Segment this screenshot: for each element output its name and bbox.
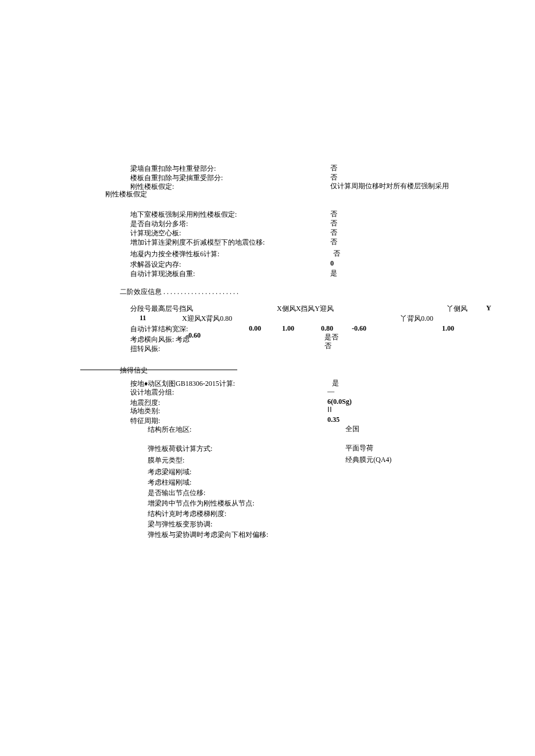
value: 否 [330, 228, 337, 238]
label: 弹性板与梁协调时考虑梁向下相对偏移: [148, 530, 268, 540]
wind-hdr-y: Y [486, 304, 491, 313]
row-conn-beam-disp: 增加计算连梁刚度不折减模型下的地震位移: [130, 237, 265, 248]
label: 考虑梁端刚域: [148, 467, 191, 477]
lateral-wind-label: 考虑横向风振: 考虑 [130, 335, 190, 345]
row-beam-end-rigid: 考虑梁端刚域: [148, 467, 191, 477]
label: 求解器设定内存: [130, 260, 181, 270]
row-rel-offset: 弹性板与梁协调时考虑梁向下相对偏移: [148, 529, 268, 540]
label: 是否输出节点位移: [148, 488, 205, 498]
value: 经典膜元(QA4) [345, 455, 391, 465]
value: 6(0.0Sg) [327, 397, 352, 406]
label: 结构计克时考虑楼梯刚度: [148, 509, 226, 519]
wind-val-080: 0.80 [321, 324, 333, 333]
seismic-header: 抽得信史 [120, 366, 148, 375]
wind-hdr-yback: 丫背风0.00 [400, 314, 433, 324]
label: 地凝内力按全楼弹性板6计算: [130, 249, 219, 259]
label: 是否自动划分多塔: [130, 219, 188, 229]
row-output-disp: 是否输出节点位移: [148, 488, 205, 498]
value: 否 [330, 218, 337, 228]
row-mid-node: 增梁跨中节点作为刚性楼板从节点: [148, 498, 254, 508]
value: 0.35 [327, 415, 340, 424]
row-site-class: 场地类别: [130, 406, 160, 416]
rigid-floor-cont: 刚性楼板假定 [105, 189, 147, 199]
label: 地下室楼板强制采用刚性楼板假定: [130, 210, 237, 220]
value: 仅计算周期位移时对所有楼层强制采用 [330, 181, 449, 191]
wind-hdr-seg: 分段号最高层号挡风 [130, 304, 193, 314]
row-elastic6: 地凝内力按全楼弹性板6计算: [130, 249, 219, 259]
wind-val-neg06b: -0.60 [352, 324, 366, 333]
second-order-title: 二阶效应信息 . . . . . . . . . . . . . . . . .… [120, 287, 238, 297]
label: 梁与弹性板变形协调: [148, 519, 212, 529]
row-region: 结构所在地区: [148, 424, 191, 435]
label: 增梁跨中节点作为刚性楼板从节点: [148, 499, 254, 508]
label: 梁墙自重扣除与柱重登部分: [130, 164, 216, 174]
value: 否 [333, 249, 340, 259]
row-auto-slab-weight: 自动计算现浇板自重: [130, 268, 195, 279]
row-design-group: 设计地震分组: [130, 387, 174, 397]
label: 增加计算连梁刚度不折减模型下的地震位移: [130, 238, 265, 248]
wind-shifou-b: 否 [324, 341, 331, 351]
wind-hdr-xwind: X迎风X背风0.80 [182, 314, 232, 324]
value: 平面导荷 [345, 443, 373, 453]
value: 否 [330, 237, 337, 247]
wind-seg-num: 11 [140, 314, 146, 323]
label: 自动计算现浇板自重: [130, 269, 195, 279]
label: 考虑柱端刚域: [148, 478, 191, 488]
row-elastic-load: 弹性板荷载计算方式: [148, 443, 212, 454]
value: ⅠⅠ [327, 406, 332, 414]
wind-val-100: 1.00 [282, 324, 294, 333]
row-membrane: 膜单元类型: [148, 455, 184, 465]
auto-width-label: 自动计算结构宽深: [130, 324, 188, 334]
row-stair-stiff: 结构计克时考虑楼梯刚度: [148, 508, 226, 519]
torsion-wind-label: 扭转风振: [130, 344, 160, 354]
row-col-end-rigid: 考虑柱端刚域: [148, 477, 191, 488]
value: 否 [330, 209, 337, 219]
wind-val-000: 0.00 [249, 324, 261, 333]
value: 否 [330, 163, 337, 173]
row-beam-elastic-compat: 梁与弹性板变形协调: [148, 519, 212, 529]
label: 弹性板荷载计算方式: [148, 444, 212, 454]
label: 设计地震分组: [130, 388, 174, 397]
value: 是 [330, 268, 337, 278]
divider-line [80, 370, 237, 370]
document-page: 梁墙自重扣除与柱重登部分: 否 楼板自重扣除与梁揣重受部分: 否 刚性楼板假定:… [0, 0, 535, 756]
label: 膜单元类型: [148, 456, 184, 465]
value: 0 [330, 259, 334, 268]
value: — [327, 387, 334, 396]
wind-hdr-xside: X侧风X挡风Y迎风 [277, 304, 334, 314]
wind-val-100c: 1.00 [442, 324, 454, 333]
label: 场地类别: [130, 406, 160, 416]
label: 计算现浇空心板: [130, 228, 181, 238]
wind-hdr-yside: 丫侧风 [447, 304, 468, 314]
value: 全国 [345, 424, 359, 434]
label: 结构所在地区: [148, 425, 191, 435]
